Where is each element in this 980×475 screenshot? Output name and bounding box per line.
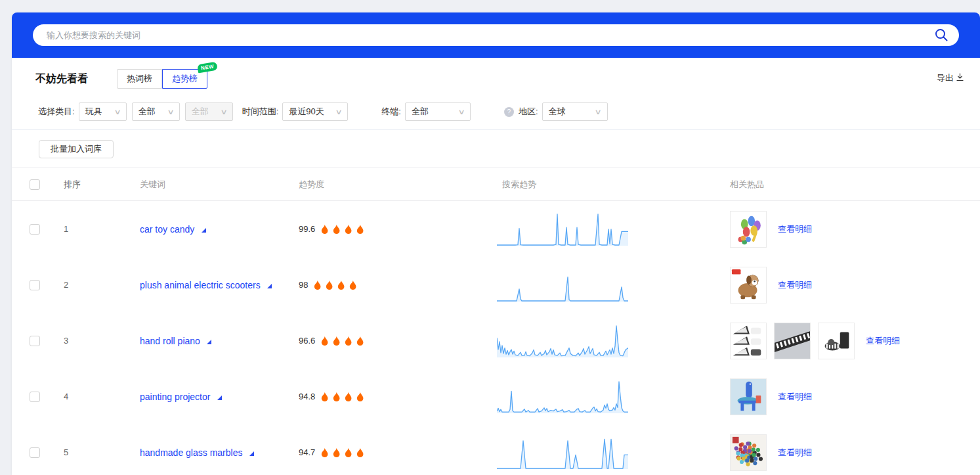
trend-score-cell: 99.6: [299, 224, 490, 235]
rank-cell: 3: [64, 336, 140, 346]
category-select-level2[interactable]: 全部∨: [132, 102, 180, 121]
fire-icon: [320, 224, 330, 235]
search-trend-sparkline: [497, 267, 628, 303]
table-row: 5 handmade glass marbles 94.7 查看明细: [12, 424, 980, 475]
category-select-level1[interactable]: 玩具∨: [79, 102, 127, 121]
related-products-cell: 查看明细: [725, 378, 980, 415]
fire-icon: [331, 392, 341, 402]
table-row: 2 plush animal electric scooters 98 查看明细: [12, 257, 980, 313]
category-select-level3: 全部∨: [185, 102, 233, 121]
score-value: 94.8: [299, 392, 315, 401]
fire-icon: [320, 447, 330, 458]
product-thumbnail[interactable]: [730, 434, 767, 471]
search-input[interactable]: [33, 24, 959, 46]
time-range-select[interactable]: 最近90天∨: [282, 102, 348, 121]
product-thumbnail[interactable]: [730, 211, 767, 248]
row-checkbox[interactable]: [30, 336, 40, 346]
fire-icon: [312, 280, 322, 290]
fire-icon: [355, 336, 365, 346]
chevron-down-icon: ∨: [458, 108, 465, 116]
fire-icon: [355, 447, 365, 458]
column-header-rank: 排序: [64, 179, 140, 191]
filter-bar: 选择类目: 玩具∨ 全部∨ 全部∨ 时间范围: 最近90天∨ 终端: 全部∨ ?…: [12, 89, 980, 121]
column-header-related-products: 相关热品: [725, 179, 980, 191]
column-header-search-trend: 搜索趋势: [490, 179, 725, 191]
fire-icon: [343, 392, 353, 402]
fire-icon: [355, 392, 365, 402]
score-value: 99.6: [299, 224, 315, 234]
trend-score-cell: 94.8: [299, 392, 490, 402]
search-trend-sparkline: [497, 212, 628, 247]
rank-cell: 2: [64, 280, 140, 290]
fire-icon: [336, 280, 346, 290]
related-products-cell: 查看明细: [725, 323, 980, 359]
product-thumbnail[interactable]: [730, 323, 767, 359]
main-panel: 不妨先看看 热词榜 趋势榜 NEW 导出 选择类目: 玩具∨ 全部∨: [12, 12, 980, 475]
fire-icon: [324, 280, 334, 290]
rank-cell: 4: [64, 392, 140, 401]
keyword-link[interactable]: painting projector: [140, 392, 210, 402]
fire-icon: [331, 336, 341, 346]
filter-divider: [12, 129, 980, 130]
related-products-cell: 查看明细: [725, 267, 980, 304]
keyword-link[interactable]: hand roll piano: [140, 336, 200, 346]
view-detail-link[interactable]: 查看明细: [778, 391, 812, 403]
row-checkbox[interactable]: [30, 392, 40, 402]
fire-icon: [320, 336, 330, 346]
trend-score-cell: 96.6: [299, 336, 490, 346]
search-button[interactable]: [933, 27, 950, 44]
keyword-link[interactable]: plush animal electric scooters: [140, 280, 261, 290]
product-thumbnail[interactable]: [818, 323, 855, 359]
tab-group: 热词榜 趋势榜 NEW: [117, 69, 207, 89]
view-detail-link[interactable]: 查看明细: [866, 335, 900, 347]
table-row: 1 car toy candy 99.6 查看明细: [12, 201, 980, 257]
trend-up-icon: [202, 228, 206, 233]
view-detail-link[interactable]: 查看明细: [778, 279, 812, 291]
search-trend-sparkline: [497, 323, 628, 359]
trend-score-cell: 94.7: [299, 447, 490, 458]
rank-cell: 5: [64, 447, 140, 457]
search-trend-sparkline: [497, 379, 628, 415]
category-label: 选择类目:: [38, 106, 75, 118]
fire-icon: [343, 336, 353, 346]
select-all-checkbox[interactable]: [30, 179, 40, 190]
terminal-select[interactable]: 全部∨: [405, 102, 471, 121]
row-checkbox[interactable]: [30, 224, 40, 235]
fire-icon: [331, 224, 341, 235]
fire-icon: [343, 447, 353, 458]
row-checkbox[interactable]: [30, 280, 40, 290]
search-trend-cell: [490, 267, 725, 303]
region-label: 地区:: [519, 106, 538, 118]
product-thumbnail[interactable]: [730, 267, 767, 304]
fire-icon: [331, 447, 341, 458]
product-thumbnail[interactable]: [730, 378, 767, 415]
trend-score-cell: 98: [299, 280, 490, 290]
help-question-icon[interactable]: ?: [504, 107, 514, 117]
batch-add-to-wordbank-button[interactable]: 批量加入词库: [39, 140, 114, 158]
export-button[interactable]: 导出: [937, 72, 964, 84]
fire-icon: [343, 224, 353, 235]
tab-hot-words[interactable]: 热词榜: [117, 69, 162, 89]
trend-up-icon: [267, 284, 272, 288]
product-thumbnail[interactable]: [774, 323, 811, 359]
trend-up-icon: [207, 340, 211, 344]
keyword-link[interactable]: handmade glass marbles: [140, 447, 242, 458]
table-body: 1 car toy candy 99.6 查看明细 2 plush animal…: [12, 201, 980, 475]
trend-up-icon: [217, 396, 222, 400]
region-select[interactable]: 全球∨: [542, 102, 608, 121]
chevron-down-icon: ∨: [335, 108, 343, 116]
score-value: 94.7: [299, 447, 315, 457]
keyword-link[interactable]: car toy candy: [140, 224, 194, 235]
search-trend-sparkline: [497, 435, 628, 470]
table-row: 3 hand roll piano 96.6 查看明细: [12, 313, 980, 369]
chevron-down-icon: ∨: [595, 108, 602, 116]
tab-trend-list[interactable]: 趋势榜 NEW: [162, 69, 207, 89]
search-trend-cell: [490, 212, 725, 247]
time-range-label: 时间范围:: [242, 106, 279, 118]
column-header-keyword: 关键词: [140, 179, 299, 191]
fire-icon: [355, 224, 365, 235]
view-detail-link[interactable]: 查看明细: [778, 447, 812, 459]
score-value: 96.6: [299, 336, 315, 346]
row-checkbox[interactable]: [30, 447, 40, 458]
view-detail-link[interactable]: 查看明细: [778, 223, 812, 235]
